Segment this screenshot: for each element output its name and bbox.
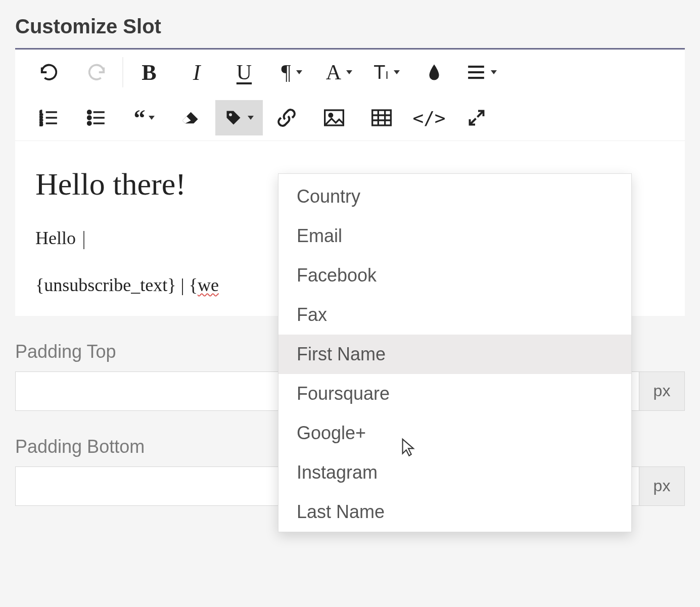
underline-button[interactable]: U xyxy=(220,55,268,90)
unordered-list-button[interactable] xyxy=(73,100,120,135)
token-dropdown-item[interactable]: Country xyxy=(278,177,631,216)
chevron-down-icon xyxy=(296,70,302,74)
toolbar-row-1: B I U ¶ A TI xyxy=(15,50,685,95)
toolbar-row-2: 123 “ xyxy=(15,95,685,141)
drop-icon xyxy=(427,63,442,81)
chevron-down-icon xyxy=(394,70,400,74)
link-button[interactable] xyxy=(263,100,310,135)
undo-icon xyxy=(39,63,59,82)
text-color-icon: A xyxy=(326,60,341,84)
clear-format-button[interactable] xyxy=(168,100,215,135)
panel-title: Customize Slot xyxy=(15,0,685,48)
redo-icon xyxy=(87,63,106,82)
tag-icon xyxy=(224,109,243,127)
font-size-button[interactable]: TI xyxy=(363,55,410,90)
code-icon: </> xyxy=(412,108,445,128)
align-button[interactable] xyxy=(458,55,505,90)
highlight-color-button[interactable] xyxy=(410,55,458,90)
paragraph-icon: ¶ xyxy=(281,60,291,84)
svg-point-17 xyxy=(329,114,333,117)
token-dropdown-item[interactable]: Facebook xyxy=(278,256,631,295)
image-button[interactable] xyxy=(310,100,358,135)
chevron-down-icon xyxy=(149,116,155,120)
redo-button[interactable] xyxy=(73,55,120,90)
paragraph-format-button[interactable]: ¶ xyxy=(268,55,315,90)
text-color-button[interactable]: A xyxy=(315,55,363,90)
token-dropdown-item[interactable]: Last Name xyxy=(278,492,631,532)
chevron-down-icon xyxy=(346,70,352,74)
text-cursor xyxy=(83,231,84,249)
svg-point-13 xyxy=(88,122,91,125)
token-dropdown-item[interactable]: Foursquare xyxy=(278,374,631,413)
padding-top-unit: px xyxy=(639,371,685,411)
svg-rect-18 xyxy=(372,110,391,125)
ordered-list-button[interactable]: 123 xyxy=(25,100,73,135)
chevron-down-icon xyxy=(248,116,254,120)
italic-icon: I xyxy=(193,60,201,85)
bold-button[interactable]: B xyxy=(125,55,173,90)
insert-token-button[interactable] xyxy=(215,100,263,135)
svg-point-15 xyxy=(229,113,232,116)
expand-icon xyxy=(468,109,486,127)
bold-icon: B xyxy=(142,60,156,85)
code-view-button[interactable]: </> xyxy=(405,100,453,135)
padding-bottom-unit: px xyxy=(639,466,685,506)
token-dropdown-item[interactable]: Email xyxy=(278,216,631,256)
quote-icon: “ xyxy=(134,112,144,124)
fullscreen-button[interactable] xyxy=(453,100,500,135)
undo-button[interactable] xyxy=(25,55,73,90)
chevron-down-icon xyxy=(491,70,497,74)
unordered-list-icon xyxy=(87,109,106,126)
link-icon xyxy=(277,108,296,127)
token-dropdown-item[interactable]: Fax xyxy=(278,295,631,335)
token-dropdown-item[interactable]: Google+ xyxy=(278,413,631,453)
rich-text-editor: B I U ¶ A TI xyxy=(15,48,685,316)
eraser-icon xyxy=(181,110,202,125)
table-button[interactable] xyxy=(358,100,405,135)
svg-point-11 xyxy=(88,116,91,119)
underline-icon: U xyxy=(237,60,252,84)
token-dropdown: CountryEmailFacebookFaxFirst NameFoursqu… xyxy=(278,173,632,532)
font-size-icon: TI xyxy=(374,62,388,83)
italic-button[interactable]: I xyxy=(173,55,220,90)
table-icon xyxy=(371,109,392,126)
svg-text:3: 3 xyxy=(39,121,42,126)
token-dropdown-item[interactable]: First Name xyxy=(278,335,631,374)
quote-button[interactable]: “ xyxy=(120,100,168,135)
ordered-list-icon: 123 xyxy=(39,109,59,126)
image-icon xyxy=(324,109,344,126)
toolbar-divider xyxy=(122,57,123,87)
token-dropdown-item[interactable]: Instagram xyxy=(278,453,631,492)
align-icon xyxy=(466,64,486,80)
customize-slot-panel: Customize Slot B I U ¶ A TI xyxy=(0,0,700,607)
svg-point-9 xyxy=(88,111,91,114)
